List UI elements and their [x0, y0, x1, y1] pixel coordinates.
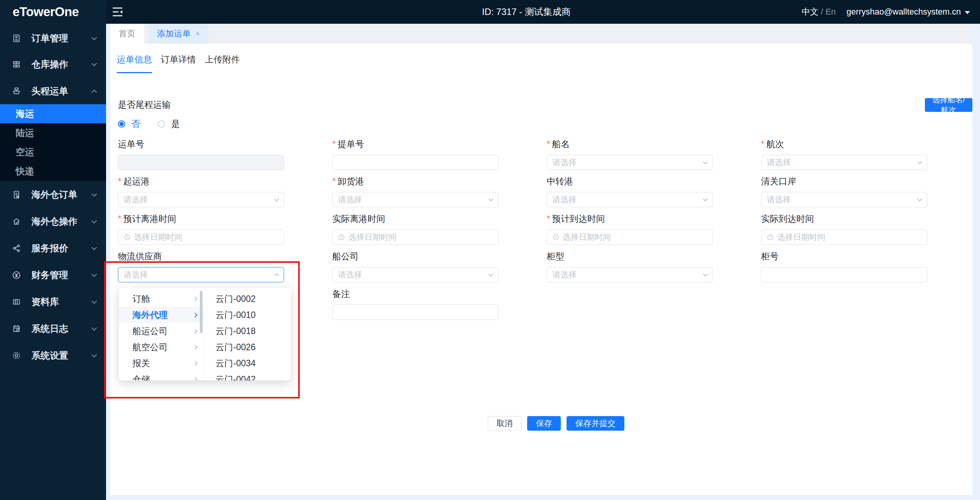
radio-circle-icon: [118, 120, 125, 128]
logistics-provider-select[interactable]: 请选择: [118, 267, 284, 282]
chevron-right-icon: [193, 377, 198, 380]
field-shipping-company: 船公司 请选择: [332, 251, 498, 282]
field-transit-port: 中转港 请选择: [547, 176, 713, 207]
sidebar-item-first-leg-waybill[interactable]: 头程运单: [0, 82, 106, 101]
bl-no-input[interactable]: [332, 155, 498, 170]
warehouse-icon: [11, 59, 21, 69]
save-button[interactable]: 保存: [527, 416, 561, 431]
sidebar-item-system-settings[interactable]: 系统设置: [0, 346, 106, 365]
field-ata: 实际到达时间 选择日期时间: [761, 213, 927, 245]
chevron-right-icon: [193, 329, 198, 334]
chevron-down-icon: [488, 197, 493, 202]
chevron-down-icon: [274, 197, 279, 202]
sidebar-item-overseas-warehouse-order[interactable]: 海外仓订单: [0, 185, 106, 204]
field-pol: *起运港 请选择: [118, 176, 284, 207]
radio-yes[interactable]: 是: [158, 118, 180, 130]
sidebar-item-finance-management[interactable]: 财务管理: [0, 266, 106, 285]
sidebar-item-air-freight[interactable]: 空运: [0, 143, 106, 162]
tab-waybill-info[interactable]: 运单信息: [117, 54, 152, 73]
field-container-type: 柜型 请选择: [547, 251, 713, 282]
waybill-no-input: [118, 155, 284, 170]
sidebar-item-service-quotation[interactable]: 服务报价: [0, 239, 106, 258]
cascader-category-booking[interactable]: 订舱: [119, 291, 204, 307]
tab-add-waybill[interactable]: 添加运单 ×: [149, 24, 209, 44]
radio-no[interactable]: 否: [118, 118, 140, 130]
logistics-provider-dropdown: 订舱 海外代理 船运公司 航空公司 报关 仓储 云门-0002 云门-0010 …: [119, 288, 291, 380]
radio-circle-icon: [158, 120, 165, 128]
cascader-option[interactable]: 云门-0010: [204, 307, 291, 323]
container-no-input[interactable]: [761, 267, 927, 282]
sidebar-item-express[interactable]: 快递: [0, 162, 106, 181]
scrollbar-thumb[interactable]: [200, 291, 203, 333]
cascader-option[interactable]: 云门-0002: [204, 291, 291, 307]
container-type-select[interactable]: 请选择: [547, 267, 713, 282]
field-label: 清关口岸: [761, 176, 927, 187]
pol-select[interactable]: 请选择: [118, 192, 284, 207]
cascader-option-list: 云门-0002 云门-0010 云门-0018 云门-0026 云门-0034 …: [204, 288, 291, 380]
sidebar-item-warehouse-operation[interactable]: 仓库操作: [0, 55, 106, 74]
pod-select[interactable]: 请选择: [332, 192, 498, 207]
close-icon[interactable]: ×: [195, 30, 200, 38]
chevron-down-icon: [917, 159, 922, 164]
select-vessel-voyage-button[interactable]: 选择船名/航次: [925, 98, 972, 112]
cancel-button[interactable]: 取消: [488, 416, 521, 431]
sidebar-item-data-library[interactable]: 资料库: [0, 292, 106, 311]
ata-datepicker[interactable]: 选择日期时间: [761, 230, 927, 245]
eta-datepicker[interactable]: 选择日期时间: [547, 230, 713, 245]
field-label: 物流供应商: [118, 251, 284, 262]
brand-logo: eTowerOne: [0, 0, 106, 24]
field-pod: *卸货港 请选择: [332, 176, 498, 207]
chevron-down-icon: [703, 272, 708, 277]
chevron-right-icon: [193, 345, 198, 350]
save-and-submit-button[interactable]: 保存并提交: [567, 416, 624, 431]
field-label: *航次: [761, 139, 927, 149]
sidebar-item-system-logs[interactable]: 系统日志: [0, 319, 106, 338]
field-atd: 实际离港时间 选择日期时间: [332, 213, 498, 245]
sidebar-item-order-management[interactable]: 订单管理: [0, 29, 106, 48]
cascader-category-overseas-agent[interactable]: 海外代理: [119, 307, 204, 323]
chevron-down-icon: [965, 11, 970, 14]
calendar-clock-icon: [11, 324, 21, 334]
shipping-company-select[interactable]: 请选择: [332, 267, 498, 282]
etd-datepicker[interactable]: 选择日期时间: [118, 230, 284, 245]
tail-transport-label: 是否尾程运输: [118, 99, 171, 111]
field-vessel: *船名 请选择: [547, 139, 713, 170]
tab-upload-attachments[interactable]: 上传附件: [205, 54, 240, 73]
cascader-category-customs[interactable]: 报关: [119, 355, 204, 371]
customs-port-select[interactable]: 请选择: [761, 192, 927, 207]
field-label: 柜号: [761, 251, 927, 262]
cascader-option[interactable]: 云门-0026: [204, 339, 291, 355]
chevron-down-icon: [91, 298, 97, 304]
cascader-option[interactable]: 云门-0034: [204, 355, 291, 371]
menu-fold-icon[interactable]: [112, 7, 123, 17]
field-label: 柜型: [547, 251, 713, 262]
cascader-option[interactable]: 云门-0042: [204, 371, 291, 380]
transit-port-select[interactable]: 请选择: [547, 192, 713, 207]
sidebar: eTowerOne 订单管理 仓库操作 头程运单 海运 陆运 空运: [0, 0, 106, 500]
share-nodes-icon: [11, 243, 21, 253]
chevron-down-icon: [91, 325, 97, 331]
order-icon: [11, 33, 21, 43]
tab-home[interactable]: 首页: [110, 24, 144, 44]
field-label: 实际离港时间: [332, 213, 498, 224]
field-label: 备注: [332, 289, 498, 299]
home-check-icon: [11, 216, 21, 226]
tab-order-details[interactable]: 订单详情: [161, 54, 196, 73]
voyage-select[interactable]: 请选择: [761, 155, 927, 170]
cascader-category-warehousing[interactable]: 仓储: [119, 371, 204, 380]
cascader-category-shipping-company[interactable]: 船运公司: [119, 323, 204, 339]
main-content: 首页 添加运单 × 运单信息 订单详情 上传附件 选择船名/航次 是否尾程运输 …: [110, 24, 972, 495]
cascader-option[interactable]: 云门-0018: [204, 323, 291, 339]
vessel-select[interactable]: 请选择: [547, 155, 713, 170]
gear-icon: [11, 351, 21, 361]
cascader-category-airline[interactable]: 航空公司: [119, 339, 204, 355]
atd-datepicker[interactable]: 选择日期时间: [332, 230, 498, 245]
language-toggle[interactable]: 中文 / En: [802, 6, 836, 18]
sidebar-item-land-freight[interactable]: 陆运: [0, 123, 106, 143]
database-icon: [11, 297, 21, 307]
chevron-down-icon: [91, 245, 97, 250]
sidebar-item-sea-freight[interactable]: 海运: [0, 104, 106, 123]
remark-input[interactable]: [332, 305, 498, 320]
user-menu[interactable]: gerryshao@walltechsystem.cn: [846, 7, 970, 17]
sidebar-item-overseas-warehouse-operation[interactable]: 海外仓操作: [0, 212, 106, 231]
